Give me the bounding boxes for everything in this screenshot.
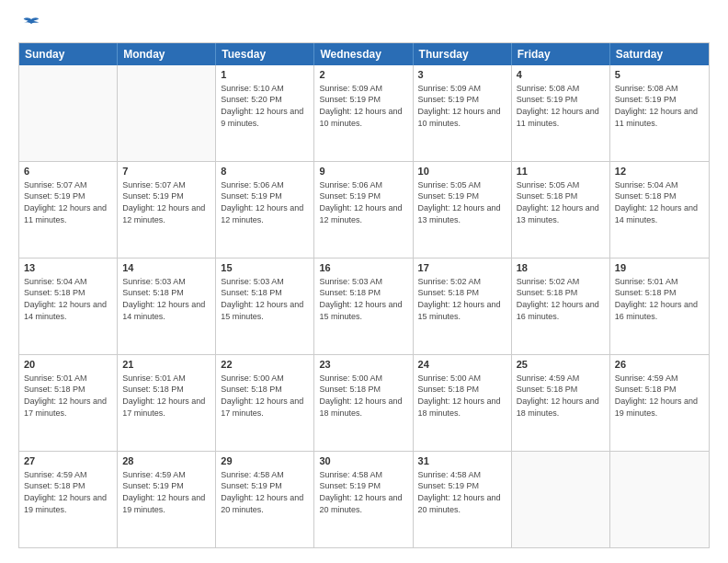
day-info: Sunrise: 5:07 AM Sunset: 5:19 PM Dayligh… [24,179,112,225]
day-info: Sunrise: 5:08 AM Sunset: 5:19 PM Dayligh… [517,83,605,129]
day-info: Sunrise: 5:03 AM Sunset: 5:18 PM Dayligh… [221,276,309,322]
calendar: SundayMondayTuesdayWednesdayThursdayFrid… [18,42,710,548]
calendar-header: SundayMondayTuesdayWednesdayThursdayFrid… [19,43,709,65]
day-info: Sunrise: 4:59 AM Sunset: 5:18 PM Dayligh… [517,373,605,419]
calendar-cell: 31Sunrise: 4:58 AM Sunset: 5:19 PM Dayli… [414,452,512,547]
day-number: 31 [418,454,506,468]
day-info: Sunrise: 5:01 AM Sunset: 5:18 PM Dayligh… [122,373,210,419]
calendar-cell: 11Sunrise: 5:05 AM Sunset: 5:18 PM Dayli… [512,162,610,258]
calendar-cell: 5Sunrise: 5:08 AM Sunset: 5:19 PM Daylig… [610,65,709,161]
weekday-header-friday: Friday [512,43,610,65]
calendar-cell [610,452,709,547]
day-number: 13 [24,261,112,275]
calendar-cell [19,65,118,161]
day-number: 8 [221,165,309,178]
page: SundayMondayTuesdayWednesdayThursdayFrid… [0,0,728,563]
day-info: Sunrise: 5:00 AM Sunset: 5:18 PM Dayligh… [319,373,407,419]
calendar-week-1: 1Sunrise: 5:10 AM Sunset: 5:20 PM Daylig… [19,65,709,161]
day-number: 5 [615,68,704,82]
calendar-cell: 7Sunrise: 5:07 AM Sunset: 5:19 PM Daylig… [118,162,216,258]
day-number: 16 [319,261,407,275]
day-info: Sunrise: 5:03 AM Sunset: 5:18 PM Dayligh… [122,276,210,322]
day-number: 27 [24,454,112,468]
calendar-cell: 19Sunrise: 5:01 AM Sunset: 5:18 PM Dayli… [610,259,709,354]
calendar-cell: 16Sunrise: 5:03 AM Sunset: 5:18 PM Dayli… [314,259,413,354]
day-info: Sunrise: 5:02 AM Sunset: 5:18 PM Dayligh… [517,276,605,322]
day-info: Sunrise: 4:59 AM Sunset: 5:19 PM Dayligh… [122,469,210,515]
day-number: 14 [122,261,210,275]
calendar-cell: 18Sunrise: 5:02 AM Sunset: 5:18 PM Dayli… [512,259,610,354]
day-info: Sunrise: 5:10 AM Sunset: 5:20 PM Dayligh… [221,83,309,129]
day-number: 7 [122,165,210,178]
calendar-cell: 22Sunrise: 5:00 AM Sunset: 5:18 PM Dayli… [216,355,314,451]
day-number: 12 [615,165,704,178]
day-number: 19 [615,261,704,275]
calendar-body: 1Sunrise: 5:10 AM Sunset: 5:20 PM Daylig… [19,65,709,547]
day-number: 6 [24,165,112,178]
day-number: 25 [517,358,605,372]
calendar-week-5: 27Sunrise: 4:59 AM Sunset: 5:18 PM Dayli… [19,451,709,547]
logo-bird-icon [22,15,40,33]
day-number: 29 [221,454,309,468]
calendar-cell: 9Sunrise: 5:06 AM Sunset: 5:19 PM Daylig… [314,162,413,258]
day-info: Sunrise: 5:05 AM Sunset: 5:18 PM Dayligh… [517,179,605,225]
day-number: 1 [221,68,309,82]
calendar-cell: 29Sunrise: 4:58 AM Sunset: 5:19 PM Dayli… [216,452,314,547]
day-number: 26 [615,358,704,372]
day-number: 11 [517,165,605,178]
calendar-week-2: 6Sunrise: 5:07 AM Sunset: 5:19 PM Daylig… [19,161,709,258]
day-info: Sunrise: 5:05 AM Sunset: 5:19 PM Dayligh… [418,179,506,225]
day-number: 22 [221,358,309,372]
day-info: Sunrise: 5:01 AM Sunset: 5:18 PM Dayligh… [615,276,704,322]
calendar-week-4: 20Sunrise: 5:01 AM Sunset: 5:18 PM Dayli… [19,354,709,451]
calendar-cell: 17Sunrise: 5:02 AM Sunset: 5:18 PM Dayli… [414,259,512,354]
day-number: 24 [418,358,506,372]
day-info: Sunrise: 5:06 AM Sunset: 5:19 PM Dayligh… [221,179,309,225]
calendar-cell [118,65,216,161]
day-info: Sunrise: 5:00 AM Sunset: 5:18 PM Dayligh… [221,373,309,419]
weekday-header-monday: Monday [118,43,216,65]
calendar-cell: 8Sunrise: 5:06 AM Sunset: 5:19 PM Daylig… [216,162,314,258]
day-number: 10 [418,165,506,178]
calendar-cell: 2Sunrise: 5:09 AM Sunset: 5:19 PM Daylig… [314,65,413,161]
day-number: 9 [319,165,407,178]
weekday-header-saturday: Saturday [610,43,709,65]
day-number: 23 [319,358,407,372]
calendar-cell: 1Sunrise: 5:10 AM Sunset: 5:20 PM Daylig… [216,65,314,161]
day-number: 20 [24,358,112,372]
day-info: Sunrise: 5:01 AM Sunset: 5:18 PM Dayligh… [24,373,112,419]
weekday-header-tuesday: Tuesday [216,43,314,65]
calendar-cell: 6Sunrise: 5:07 AM Sunset: 5:19 PM Daylig… [19,162,118,258]
calendar-cell: 14Sunrise: 5:03 AM Sunset: 5:18 PM Dayli… [118,259,216,354]
day-number: 30 [319,454,407,468]
calendar-cell: 28Sunrise: 4:59 AM Sunset: 5:19 PM Dayli… [118,452,216,547]
day-info: Sunrise: 5:07 AM Sunset: 5:19 PM Dayligh… [122,179,210,225]
day-info: Sunrise: 5:03 AM Sunset: 5:18 PM Dayligh… [319,276,407,322]
day-info: Sunrise: 5:04 AM Sunset: 5:18 PM Dayligh… [24,276,112,322]
day-info: Sunrise: 5:06 AM Sunset: 5:19 PM Dayligh… [319,179,407,225]
day-info: Sunrise: 5:08 AM Sunset: 5:19 PM Dayligh… [615,83,704,129]
logo [18,15,40,33]
calendar-cell: 13Sunrise: 5:04 AM Sunset: 5:18 PM Dayli… [19,259,118,354]
calendar-cell: 12Sunrise: 5:04 AM Sunset: 5:18 PM Dayli… [610,162,709,258]
weekday-header-thursday: Thursday [414,43,512,65]
day-number: 2 [319,68,407,82]
weekday-header-sunday: Sunday [19,43,118,65]
day-info: Sunrise: 5:09 AM Sunset: 5:19 PM Dayligh… [418,83,506,129]
day-info: Sunrise: 5:04 AM Sunset: 5:18 PM Dayligh… [615,179,704,225]
calendar-cell: 21Sunrise: 5:01 AM Sunset: 5:18 PM Dayli… [118,355,216,451]
day-number: 28 [122,454,210,468]
calendar-cell: 24Sunrise: 5:00 AM Sunset: 5:18 PM Dayli… [414,355,512,451]
day-number: 4 [517,68,605,82]
weekday-header-wednesday: Wednesday [314,43,413,65]
calendar-cell: 25Sunrise: 4:59 AM Sunset: 5:18 PM Dayli… [512,355,610,451]
calendar-week-3: 13Sunrise: 5:04 AM Sunset: 5:18 PM Dayli… [19,258,709,354]
day-number: 15 [221,261,309,275]
day-number: 18 [517,261,605,275]
calendar-cell: 3Sunrise: 5:09 AM Sunset: 5:19 PM Daylig… [414,65,512,161]
day-info: Sunrise: 5:09 AM Sunset: 5:19 PM Dayligh… [319,83,407,129]
calendar-cell: 30Sunrise: 4:58 AM Sunset: 5:19 PM Dayli… [314,452,413,547]
calendar-cell: 4Sunrise: 5:08 AM Sunset: 5:19 PM Daylig… [512,65,610,161]
calendar-cell: 23Sunrise: 5:00 AM Sunset: 5:18 PM Dayli… [314,355,413,451]
day-number: 3 [418,68,506,82]
